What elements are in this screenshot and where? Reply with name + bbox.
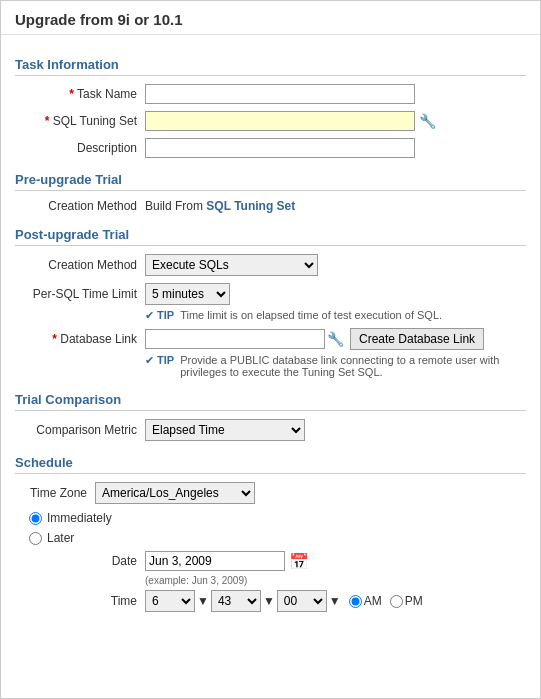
create-database-link-button[interactable]: Create Database Link xyxy=(350,328,484,350)
time-zone-select[interactable]: America/Los_Angeles America/New_York UTC xyxy=(95,482,255,504)
date-row: Date 📅 xyxy=(95,551,526,571)
sec-select[interactable]: 00051015 20253035 40455055 xyxy=(277,590,327,612)
date-input[interactable] xyxy=(145,551,285,571)
calendar-icon[interactable]: 📅 xyxy=(289,552,309,571)
task-name-label: * Task Name xyxy=(15,87,145,101)
task-name-field xyxy=(145,84,526,104)
required-star-db: * xyxy=(52,332,57,346)
description-field xyxy=(145,138,526,158)
time-zone-row: Time Zone America/Los_Angeles America/Ne… xyxy=(15,482,526,504)
time-zone-label: Time Zone xyxy=(15,486,95,500)
required-star-sql: * xyxy=(45,114,50,128)
later-radio[interactable] xyxy=(29,532,42,545)
section-post-upgrade: Post-upgrade Trial xyxy=(15,227,526,246)
tip1-row: ✔ TIP Time limit is on elapsed time of t… xyxy=(145,309,526,322)
time-separator3: ▼ xyxy=(329,594,341,608)
checkmark-icon2: ✔ xyxy=(145,354,154,367)
required-star-task: * xyxy=(69,87,74,101)
tip1-text: Time limit is on elapsed time of test ex… xyxy=(180,309,442,321)
comparison-metric-select[interactable]: Elapsed Time CPU Time Buffer Gets Disk R… xyxy=(145,419,305,441)
immediately-row: Immediately xyxy=(29,511,526,525)
hour-select[interactable]: 1234 5678 9101112 xyxy=(145,590,195,612)
am-option: AM xyxy=(349,594,382,608)
later-label: Later xyxy=(47,531,74,545)
content: Task Information * Task Name * SQL Tunin… xyxy=(1,35,540,624)
section-pre-upgrade: Pre-upgrade Trial xyxy=(15,172,526,191)
per-sql-field: 5 minutes 10 minutes 15 minutes 30 minut… xyxy=(145,283,526,305)
date-label: Date xyxy=(95,554,145,568)
description-label: Description xyxy=(15,141,145,155)
sql-tuning-set-input[interactable] xyxy=(145,111,415,131)
time-label: Time xyxy=(95,594,145,608)
date-hint: (example: Jun 3, 2009) xyxy=(145,575,526,586)
sql-tuning-set-row: * SQL Tuning Set 🔧 xyxy=(15,111,526,131)
am-radio[interactable] xyxy=(349,595,362,608)
post-creation-method-row: Creation Method Execute SQLs Build From … xyxy=(15,254,526,276)
tip2-text: Provide a PUBLIC database link connectin… xyxy=(180,354,526,378)
description-row: Description xyxy=(15,138,526,158)
time-separator1: ▼ xyxy=(197,594,209,608)
pre-creation-method-value: Build From SQL Tuning Set xyxy=(145,199,526,213)
tip2-row: ✔ TIP Provide a PUBLIC database link con… xyxy=(145,354,526,378)
db-link-wrench-icon[interactable]: 🔧 xyxy=(327,331,344,347)
time-zone-field: America/Los_Angeles America/New_York UTC xyxy=(95,482,255,504)
immediately-radio[interactable] xyxy=(29,512,42,525)
later-row: Later xyxy=(29,531,526,545)
post-creation-method-select[interactable]: Execute SQLs Build From SQL Tuning Set xyxy=(145,254,318,276)
db-link-row: * Database Link 🔧 Create Database Link xyxy=(15,328,526,350)
page-title: Upgrade from 9i or 10.1 xyxy=(15,11,526,28)
section-trial-comparison: Trial Comparison xyxy=(15,392,526,411)
tip1-label: TIP xyxy=(157,309,174,321)
page-container: Upgrade from 9i or 10.1 Task Information… xyxy=(0,0,541,699)
task-name-row: * Task Name xyxy=(15,84,526,104)
post-creation-method-label: Creation Method xyxy=(15,258,145,272)
task-name-input[interactable] xyxy=(145,84,415,104)
pre-creation-method-row: Creation Method Build From SQL Tuning Se… xyxy=(15,199,526,213)
section-task-info: Task Information xyxy=(15,57,526,76)
per-sql-label: Per-SQL Time Limit xyxy=(15,287,145,301)
comparison-metric-field: Elapsed Time CPU Time Buffer Gets Disk R… xyxy=(145,419,305,441)
ampm-group: AM PM xyxy=(349,594,423,608)
per-sql-row: Per-SQL Time Limit 5 minutes 10 minutes … xyxy=(15,283,526,305)
page-header: Upgrade from 9i or 10.1 xyxy=(1,1,540,35)
section-schedule: Schedule xyxy=(15,455,526,474)
pre-creation-method-label: Creation Method xyxy=(15,199,145,213)
comparison-metric-row: Comparison Metric Elapsed Time CPU Time … xyxy=(15,419,526,441)
tip2-label: TIP xyxy=(157,354,174,366)
db-link-input[interactable] xyxy=(145,329,325,349)
time-separator2: ▼ xyxy=(263,594,275,608)
post-creation-method-field: Execute SQLs Build From SQL Tuning Set xyxy=(145,254,526,276)
time-row: Time 1234 5678 9101112 ▼ 00051015 202530… xyxy=(95,590,526,612)
pm-radio[interactable] xyxy=(390,595,403,608)
immediately-label: Immediately xyxy=(47,511,112,525)
pm-option: PM xyxy=(390,594,423,608)
comparison-metric-label: Comparison Metric xyxy=(15,423,145,437)
description-input[interactable] xyxy=(145,138,415,158)
per-sql-select[interactable]: 5 minutes 10 minutes 15 minutes 30 minut… xyxy=(145,283,230,305)
wrench-icon[interactable]: 🔧 xyxy=(419,113,436,129)
db-link-label: * Database Link xyxy=(15,332,145,346)
sql-tuning-set-label: * SQL Tuning Set xyxy=(15,114,145,128)
sql-tuning-set-field: 🔧 xyxy=(145,111,526,131)
min-select[interactable]: 00051015 20253035 4043455055 xyxy=(211,590,261,612)
db-link-field: 🔧 Create Database Link xyxy=(145,328,526,350)
checkmark-icon1: ✔ xyxy=(145,309,154,322)
